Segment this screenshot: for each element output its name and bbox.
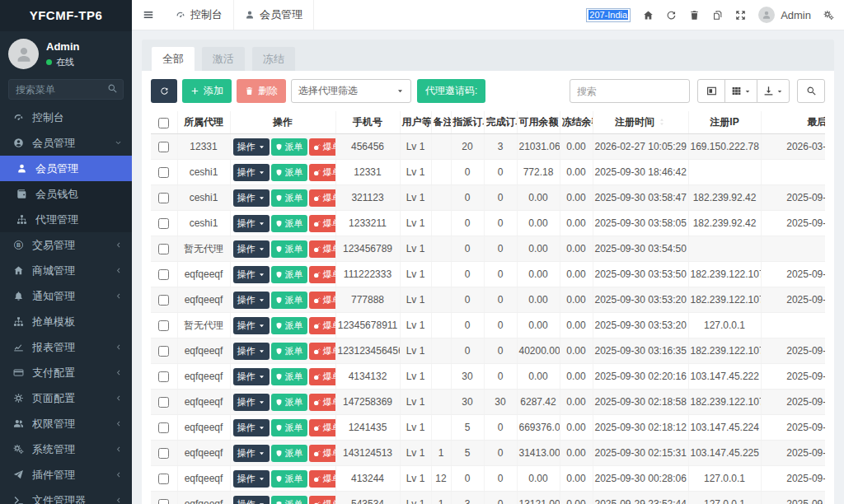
row-dispatch-button[interactable]: 派单: [271, 189, 307, 207]
sidebar-search-input[interactable]: [8, 79, 124, 100]
topnav-tab-0[interactable]: 控制台: [165, 0, 233, 30]
row-operate-button[interactable]: 操作: [233, 138, 270, 156]
row-checkbox[interactable]: [158, 269, 169, 280]
row-burst-button[interactable]: 爆单: [309, 445, 336, 462]
sidebar-item-permission-management[interactable]: 权限管理: [0, 411, 132, 436]
delete-button[interactable]: 删除: [237, 79, 286, 103]
row-burst-button[interactable]: 爆单: [309, 496, 336, 504]
row-operate-button[interactable]: 操作: [233, 394, 270, 411]
row-dispatch-button[interactable]: 派单: [271, 164, 307, 181]
filter-tab-all[interactable]: 全部: [152, 47, 195, 71]
row-checkbox[interactable]: [158, 397, 169, 408]
row-burst-button[interactable]: 爆单: [309, 394, 336, 411]
row-dispatch-button[interactable]: 派单: [271, 240, 307, 258]
sidebar-item-grab-template[interactable]: 抢单模板: [0, 309, 132, 334]
refresh-button[interactable]: [666, 10, 677, 21]
row-burst-button[interactable]: 爆单: [309, 138, 336, 156]
row-burst-button[interactable]: 爆单: [309, 470, 336, 488]
sidebar-item-member-wallet[interactable]: 会员钱包: [0, 181, 132, 207]
row-operate-button[interactable]: 操作: [233, 164, 270, 181]
row-burst-button[interactable]: 爆单: [309, 240, 336, 258]
settings-button[interactable]: [823, 10, 834, 21]
row-operate-button[interactable]: 操作: [233, 189, 270, 207]
search-submit-button[interactable]: [797, 79, 825, 103]
row-burst-button[interactable]: 爆单: [309, 266, 336, 283]
row-burst-button[interactable]: 爆单: [309, 419, 336, 436]
row-burst-button[interactable]: 爆单: [309, 343, 336, 360]
row-operate-button[interactable]: 操作: [233, 368, 270, 385]
add-button[interactable]: 添加: [182, 79, 232, 103]
sidebar-item-trade-management[interactable]: B 交易管理: [0, 232, 132, 258]
row-checkbox[interactable]: [158, 499, 169, 504]
sidebar-item-member-list[interactable]: 会员管理: [0, 156, 132, 181]
row-dispatch-button[interactable]: 派单: [271, 470, 307, 488]
row-checkbox[interactable]: [158, 346, 169, 357]
sidebar-item-member-management[interactable]: 会员管理: [0, 130, 132, 156]
home-button[interactable]: [643, 10, 654, 21]
clear-button[interactable]: [689, 10, 700, 21]
fullscreen-button[interactable]: [735, 10, 746, 21]
sidebar-item-mall-management[interactable]: 商城管理: [0, 258, 132, 283]
sidebar-item-system-management[interactable]: 系统管理: [0, 436, 132, 462]
row-operate-button[interactable]: 操作: [233, 419, 270, 436]
row-operate-button[interactable]: 操作: [233, 445, 270, 462]
row-checkbox[interactable]: [158, 320, 169, 331]
row-checkbox[interactable]: [158, 295, 169, 306]
row-burst-button[interactable]: 爆单: [309, 317, 336, 334]
row-dispatch-button[interactable]: 派单: [271, 419, 307, 436]
row-burst-button[interactable]: 爆单: [309, 189, 336, 207]
row-operate-button[interactable]: 操作: [233, 266, 270, 283]
row-checkbox[interactable]: [158, 371, 169, 382]
user-avatar[interactable]: [8, 39, 39, 69]
row-operate-button[interactable]: 操作: [233, 496, 270, 504]
row-operate-button[interactable]: 操作: [233, 343, 270, 360]
filter-tab-active[interactable]: 激活: [202, 47, 245, 71]
row-operate-button[interactable]: 操作: [233, 317, 270, 334]
toggle-view-button[interactable]: [697, 79, 725, 103]
row-dispatch-button[interactable]: 派单: [271, 215, 307, 232]
row-checkbox[interactable]: [158, 474, 169, 484]
row-burst-button[interactable]: 爆单: [309, 368, 336, 385]
agent-filter-select[interactable]: 选择代理筛选: [291, 79, 411, 103]
row-dispatch-button[interactable]: 派单: [271, 343, 307, 360]
row-dispatch-button[interactable]: 派单: [271, 138, 307, 156]
header-register-time[interactable]: 注册时间: [593, 111, 688, 134]
row-operate-button[interactable]: 操作: [233, 292, 270, 309]
select-all-checkbox[interactable]: [158, 118, 169, 128]
menu-toggle-button[interactable]: [132, 9, 165, 21]
sidebar-item-notice-management[interactable]: 通知管理: [0, 283, 132, 309]
columns-button[interactable]: [724, 79, 757, 103]
sidebar-item-page-config[interactable]: 页面配置: [0, 385, 132, 411]
row-burst-button[interactable]: 爆单: [309, 215, 336, 232]
row-burst-button[interactable]: 爆单: [309, 164, 336, 181]
row-dispatch-button[interactable]: 派单: [271, 292, 307, 309]
refresh-table-button[interactable]: [151, 79, 177, 103]
filter-tab-frozen[interactable]: 冻结: [252, 47, 295, 71]
row-dispatch-button[interactable]: 派单: [271, 368, 307, 385]
topnav-user-menu[interactable]: Admin: [758, 7, 811, 23]
row-checkbox[interactable]: [158, 167, 169, 178]
region-input[interactable]: 207-India: [586, 8, 631, 22]
row-operate-button[interactable]: 操作: [233, 215, 270, 232]
row-checkbox[interactable]: [158, 193, 169, 203]
sidebar-item-file-manager[interactable]: 文件管理器: [0, 488, 132, 504]
row-dispatch-button[interactable]: 派单: [271, 266, 307, 283]
sidebar-item-plugin-management[interactable]: 插件管理: [0, 462, 132, 488]
row-dispatch-button[interactable]: 派单: [271, 317, 307, 334]
row-burst-button[interactable]: 爆单: [309, 292, 336, 309]
row-dispatch-button[interactable]: 派单: [271, 445, 307, 462]
row-operate-button[interactable]: 操作: [233, 240, 270, 258]
export-button[interactable]: [757, 79, 790, 103]
row-checkbox[interactable]: [158, 422, 169, 433]
row-operate-button[interactable]: 操作: [233, 470, 270, 488]
invite-code-button[interactable]: 代理邀请码:: [417, 79, 485, 103]
sidebar-item-dashboard[interactable]: 控制台: [0, 105, 132, 130]
copy-page-button[interactable]: [712, 10, 723, 21]
sidebar-item-agent-management[interactable]: 代理管理: [0, 207, 132, 232]
sidebar-item-payment-config[interactable]: 支付配置: [0, 360, 132, 385]
topnav-tab-1[interactable]: 会员管理: [233, 0, 314, 30]
row-checkbox[interactable]: [158, 244, 169, 254]
row-checkbox[interactable]: [158, 448, 169, 459]
row-dispatch-button[interactable]: 派单: [271, 496, 307, 504]
sidebar-item-report-management[interactable]: 报表管理: [0, 334, 132, 360]
